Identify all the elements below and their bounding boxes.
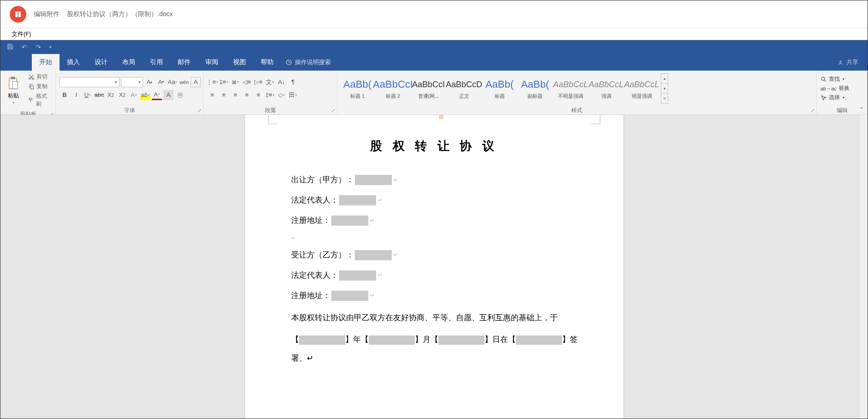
blank-field[interactable] bbox=[339, 270, 376, 281]
legal-rep-b-line[interactable]: 法定代表人： ↵ bbox=[291, 265, 591, 286]
party-b-line[interactable]: 受让方（乙方）： ↵ bbox=[291, 245, 591, 265]
document-area[interactable]: |||||| 股 权 转 让 协 议 出让方（甲方）： ↵ 法定代表人： ↵ 注… bbox=[0, 115, 868, 419]
select-button[interactable]: 选择▾ bbox=[820, 94, 850, 102]
multilevel-list-button[interactable]: ≣ bbox=[230, 77, 240, 87]
character-shading-button[interactable]: A bbox=[163, 90, 174, 100]
style-item[interactable]: AaBbCcL强调 bbox=[589, 73, 623, 104]
tab-home[interactable]: 开始 bbox=[32, 54, 60, 71]
body-para-1[interactable]: 本股权转让协议由甲乙双方在友好协商、平等、自愿、互利互惠的基础上，于 bbox=[291, 309, 591, 328]
highlight-button[interactable]: ab bbox=[140, 90, 150, 100]
distributed-button[interactable]: ≡ bbox=[253, 90, 263, 100]
redo-icon[interactable]: ↷ bbox=[36, 43, 41, 51]
style-item[interactable]: AaBbCcL明显强调 bbox=[624, 73, 659, 104]
tab-view[interactable]: 视图 bbox=[226, 54, 253, 71]
blank-field[interactable] bbox=[331, 291, 368, 301]
paste-button[interactable]: 粘贴 ▾ bbox=[4, 75, 23, 106]
style-item[interactable]: AaBb(副标题 bbox=[518, 73, 552, 104]
tab-review[interactable]: 审阅 bbox=[198, 54, 226, 71]
qat-customize-icon[interactable]: ▾ bbox=[49, 45, 52, 49]
style-item[interactable]: AaBbCcI普通(网... bbox=[411, 73, 446, 104]
expand-gallery-icon[interactable]: ≡ bbox=[661, 94, 668, 103]
party-a-line[interactable]: 出让方（甲方）： ↵ bbox=[291, 170, 591, 190]
enclose-char-button[interactable]: ㊥ bbox=[175, 90, 185, 100]
styles-launcher-icon[interactable]: ⤢ bbox=[811, 108, 814, 113]
italic-button[interactable]: I bbox=[71, 90, 81, 100]
style-item[interactable]: AaBb(标题 1 bbox=[340, 73, 375, 104]
font-size-combo[interactable] bbox=[121, 77, 143, 87]
paragraph-launcher-icon[interactable]: ⤢ bbox=[331, 108, 335, 113]
find-button[interactable]: 查找▾ bbox=[820, 75, 850, 83]
empty-line[interactable]: ↵ bbox=[291, 231, 591, 245]
sort-button[interactable]: A↓ bbox=[276, 77, 287, 87]
align-right-button[interactable]: ≡ bbox=[230, 90, 240, 100]
tab-insert[interactable]: 插入 bbox=[60, 54, 87, 71]
phonetic-guide-button[interactable]: wén bbox=[179, 77, 189, 87]
bold-button[interactable]: B bbox=[60, 90, 70, 100]
font-color-button[interactable]: A bbox=[152, 90, 162, 100]
blank-field[interactable] bbox=[355, 250, 392, 260]
shading-button[interactable]: ◇ bbox=[276, 90, 287, 100]
blank-field[interactable] bbox=[516, 335, 562, 345]
undo-icon[interactable]: ↶ bbox=[22, 43, 27, 51]
tab-layout[interactable]: 布局 bbox=[115, 54, 143, 71]
scroll-up-icon[interactable]: ▴ bbox=[661, 74, 668, 84]
align-left-button[interactable]: ≡ bbox=[207, 90, 217, 100]
style-item[interactable]: AaBbCcL不明显强调 bbox=[553, 73, 588, 104]
blank-field[interactable] bbox=[355, 175, 392, 185]
legal-rep-a-line[interactable]: 法定代表人： ↵ bbox=[291, 190, 591, 210]
increase-indent-button[interactable]: ▷≡ bbox=[253, 77, 263, 87]
justify-button[interactable]: ≡ bbox=[242, 90, 252, 100]
copy-button[interactable]: 复制 bbox=[27, 82, 52, 91]
document-page[interactable]: |||||| 股 权 转 让 协 议 出让方（甲方）： ↵ 法定代表人： ↵ 注… bbox=[245, 115, 623, 419]
blank-field[interactable] bbox=[369, 335, 415, 345]
shrink-font-button[interactable]: A▾ bbox=[156, 77, 166, 87]
tab-references[interactable]: 引用 bbox=[143, 54, 170, 71]
format-painter-button[interactable]: 格式刷 bbox=[27, 92, 52, 108]
line-spacing-button[interactable]: ‡≡ bbox=[265, 90, 275, 100]
font-name-combo[interactable] bbox=[60, 77, 120, 87]
blank-field[interactable] bbox=[438, 335, 485, 345]
reg-addr-b-line[interactable]: 注册地址： ↵ bbox=[291, 286, 591, 306]
superscript-button[interactable]: X2 bbox=[117, 90, 127, 100]
vertical-scrollbar[interactable] bbox=[859, 115, 868, 419]
tab-marks: |||||| bbox=[439, 115, 443, 124]
menu-bar: 文件(F) bbox=[0, 28, 868, 40]
tab-design[interactable]: 设计 bbox=[87, 54, 115, 71]
numbering-button[interactable]: 1≡ bbox=[219, 77, 229, 87]
document-title[interactable]: 股 权 转 让 协 议 bbox=[277, 138, 591, 154]
scroll-down-icon[interactable]: ▾ bbox=[661, 84, 668, 94]
collapse-ribbon-icon[interactable]: ⌃ bbox=[859, 106, 864, 113]
tab-mailings[interactable]: 邮件 bbox=[170, 54, 198, 71]
align-center-button[interactable]: ≡ bbox=[219, 90, 229, 100]
decrease-indent-button[interactable]: ◁≡ bbox=[242, 77, 252, 87]
grow-font-button[interactable]: A▴ bbox=[144, 77, 155, 87]
file-menu[interactable]: 文件(F) bbox=[10, 30, 33, 38]
bullets-button[interactable]: ⋮≡ bbox=[207, 77, 217, 87]
subscript-button[interactable]: X2 bbox=[106, 90, 116, 100]
text-effects-button[interactable]: A bbox=[129, 90, 139, 100]
font-launcher-icon[interactable]: ⤢ bbox=[198, 108, 201, 113]
underline-button[interactable]: U bbox=[83, 90, 93, 100]
style-item[interactable]: AaBb(标题 bbox=[482, 73, 517, 104]
save-icon[interactable] bbox=[7, 43, 13, 51]
blank-field[interactable] bbox=[299, 335, 345, 345]
cut-button[interactable]: 剪切 bbox=[27, 72, 52, 81]
blank-field[interactable] bbox=[339, 195, 376, 205]
change-case-button[interactable]: Aa bbox=[168, 77, 178, 87]
style-item[interactable]: AaBbCcD正文 bbox=[447, 73, 481, 104]
share-button[interactable]: 共享 bbox=[838, 54, 858, 71]
show-marks-button[interactable]: ¶ bbox=[288, 77, 298, 87]
body-para-2[interactable]: 【】年【】月【】日在【】签署。↵ bbox=[291, 330, 591, 368]
strikethrough-button[interactable]: abc bbox=[94, 90, 104, 100]
tab-help[interactable]: 帮助 bbox=[253, 54, 281, 71]
character-border-button[interactable]: A bbox=[191, 77, 201, 87]
borders-button[interactable]: 田 bbox=[288, 90, 298, 100]
style-item[interactable]: AaBbCcI标题 2 bbox=[376, 73, 410, 104]
replace-label: 替换 bbox=[838, 84, 850, 92]
tell-me-search[interactable]: 操作说明搜索 bbox=[286, 54, 331, 71]
asian-layout-button[interactable]: 文 bbox=[265, 77, 275, 87]
gallery-scroll[interactable]: ▴▾≡ bbox=[661, 73, 668, 104]
reg-addr-a-line[interactable]: 注册地址： ↵ bbox=[291, 210, 591, 231]
blank-field[interactable] bbox=[331, 215, 368, 226]
replace-button[interactable]: ab→ac 替换 bbox=[820, 84, 850, 92]
